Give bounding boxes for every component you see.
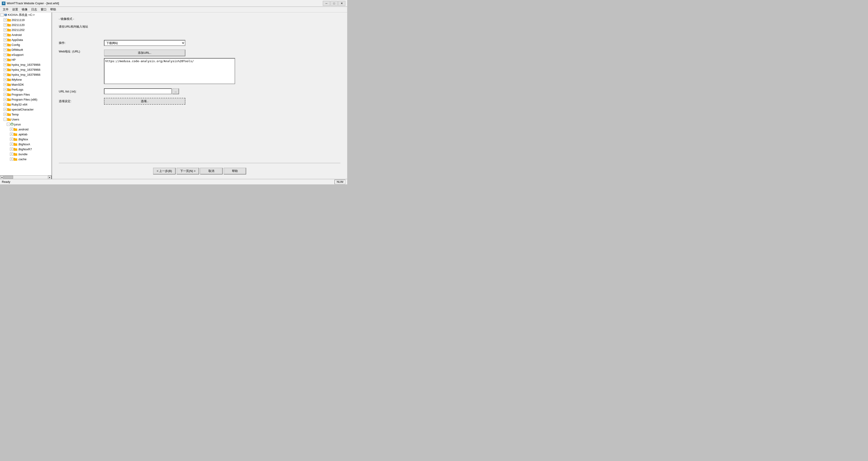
menu-settings[interactable]: 设置 xyxy=(10,7,20,12)
web-address-label: Web地址: (URL) xyxy=(59,50,104,54)
expand-icon[interactable]: - xyxy=(4,118,7,121)
url-list-input[interactable] xyxy=(104,88,172,94)
tree-item[interactable]: +.cache xyxy=(0,157,52,161)
tree-item[interactable]: +Program Files xyxy=(0,92,52,97)
maximize-button[interactable]: □ xyxy=(331,1,338,6)
expand-icon[interactable]: + xyxy=(4,68,7,71)
tree-label: AppData xyxy=(11,38,23,41)
expand-icon[interactable]: + xyxy=(4,18,7,22)
scroll-left-btn[interactable]: ◄ xyxy=(0,176,4,179)
tree-item[interactable]: +hydra_tmp_16379968: xyxy=(0,67,52,72)
file-tree[interactable]: - KIOXIA-系统盘 <C:> +20211119+20211120+202… xyxy=(0,12,52,175)
tree-item[interactable]: +iMyfone xyxy=(0,77,52,82)
tree-item[interactable]: +.BigNox xyxy=(0,137,52,142)
menu-help[interactable]: 帮助 xyxy=(49,7,58,12)
svg-rect-56 xyxy=(13,148,15,149)
expand-icon[interactable]: + xyxy=(4,88,7,91)
expand-icon[interactable]: + xyxy=(4,93,7,96)
tree-item[interactable]: +DRMsoft xyxy=(0,47,52,52)
tree-item[interactable]: +Config xyxy=(0,42,52,47)
expand-icon[interactable]: + xyxy=(4,53,7,56)
browse-button[interactable]: ... xyxy=(172,88,179,94)
expand-icon[interactable]: + xyxy=(4,58,7,61)
tree-root[interactable]: - KIOXIA-系统盘 <C:> xyxy=(0,12,52,18)
expand-icon[interactable]: + xyxy=(10,157,13,161)
expand-icon[interactable]: + xyxy=(4,113,7,116)
folder-icon xyxy=(13,153,17,156)
operation-dropdown[interactable]: 下载网站 更新镜像 继续中断的下载 xyxy=(104,40,185,46)
expand-icon[interactable]: + xyxy=(4,48,7,51)
expand-icon[interactable]: + xyxy=(4,28,7,31)
url-textarea[interactable]: https://medusa.code-analysis.org/Analysi… xyxy=(104,58,235,84)
tree-item[interactable]: +eSupport xyxy=(0,52,52,57)
expand-icon[interactable]: - xyxy=(7,123,10,126)
svg-rect-38 xyxy=(7,103,8,104)
tree-item[interactable]: -Users xyxy=(0,117,52,122)
tree-item[interactable]: +Program Files (x86) xyxy=(0,97,52,102)
folder-icon xyxy=(7,53,11,56)
tree-item[interactable]: +hydra_tmp_16379968: xyxy=(0,62,52,67)
root-expand[interactable]: - xyxy=(0,13,4,17)
expand-icon[interactable]: + xyxy=(4,23,7,26)
tree-label: .BigNoxA xyxy=(18,143,30,146)
menu-file[interactable]: 文件 xyxy=(1,7,10,12)
tree-item[interactable]: +.BigNoxA xyxy=(0,142,52,147)
svg-rect-30 xyxy=(7,83,8,84)
tree-item[interactable]: +AppData xyxy=(0,37,52,42)
tree-item[interactable]: -juruo xyxy=(0,122,52,127)
expand-icon[interactable]: + xyxy=(10,153,13,156)
tree-item[interactable]: +hydra_tmp_16379968: xyxy=(0,72,52,77)
svg-rect-5 xyxy=(7,24,11,26)
tree-item[interactable]: +20211202 xyxy=(0,27,52,32)
folder-icon xyxy=(7,68,11,71)
tree-label: MainSDK xyxy=(11,83,24,86)
expand-icon[interactable]: + xyxy=(4,103,7,106)
expand-icon[interactable]: + xyxy=(4,33,7,36)
minimize-button[interactable]: ─ xyxy=(323,1,330,6)
tree-item[interactable]: +20211119 xyxy=(0,18,52,22)
tree-item[interactable]: +20211120 xyxy=(0,22,52,27)
tree-label: 20211202 xyxy=(11,28,25,32)
expand-icon[interactable]: + xyxy=(10,143,13,146)
tree-item[interactable]: +MainSDK xyxy=(0,82,52,87)
tree-item[interactable]: +Temp xyxy=(0,112,52,117)
scroll-track[interactable] xyxy=(4,176,48,179)
horizontal-scrollbar[interactable]: ◄ ► xyxy=(0,175,52,179)
web-address-row: Web地址: (URL) 添加URL.. https://medusa.code… xyxy=(59,50,340,85)
options-button[interactable]: 选项.. xyxy=(104,98,185,104)
expand-icon[interactable]: + xyxy=(4,43,7,46)
tree-item[interactable]: +specialCharacter xyxy=(0,107,52,112)
cancel-button[interactable]: 取消 xyxy=(200,168,223,175)
tree-label: hydra_tmp_16379968: xyxy=(11,68,41,71)
help-button[interactable]: 帮助 xyxy=(223,168,246,175)
next-button[interactable]: 下一页(N) > xyxy=(177,168,199,175)
expand-icon[interactable]: + xyxy=(4,83,7,86)
menu-mirror[interactable]: 镜像 xyxy=(20,7,29,12)
expand-icon[interactable]: + xyxy=(4,78,7,81)
expand-icon[interactable]: + xyxy=(10,148,13,151)
expand-icon[interactable]: + xyxy=(4,38,7,41)
tree-item[interactable]: +Android xyxy=(0,32,52,37)
tree-item[interactable]: +Ruby32-x64 xyxy=(0,102,52,107)
tree-item[interactable]: +.BigNoxR7 xyxy=(0,147,52,152)
tree-item[interactable]: +HP xyxy=(0,57,52,62)
tree-item[interactable]: +.android xyxy=(0,127,52,132)
expand-icon[interactable]: + xyxy=(10,133,13,136)
tree-item[interactable]: +.bundle xyxy=(0,152,52,157)
tree-item[interactable]: +.apklab xyxy=(0,132,52,137)
expand-icon[interactable]: + xyxy=(4,63,7,66)
tree-item[interactable]: +PerfLogs xyxy=(0,87,52,92)
expand-icon[interactable]: + xyxy=(10,137,13,141)
expand-icon[interactable]: + xyxy=(10,128,13,131)
prev-button[interactable]: < 上一步(B) xyxy=(153,168,176,175)
menu-log[interactable]: 日志 xyxy=(29,7,39,12)
scroll-right-btn[interactable]: ► xyxy=(48,176,52,179)
add-url-button[interactable]: 添加URL.. xyxy=(104,50,185,56)
expand-icon[interactable]: + xyxy=(4,73,7,76)
expand-icon[interactable]: + xyxy=(4,108,7,111)
svg-rect-28 xyxy=(7,79,8,79)
expand-icon[interactable]: + xyxy=(4,98,7,101)
tree-label: Config xyxy=(11,43,20,47)
close-button[interactable]: ✕ xyxy=(338,1,345,6)
menu-window[interactable]: 窗口 xyxy=(39,7,49,12)
